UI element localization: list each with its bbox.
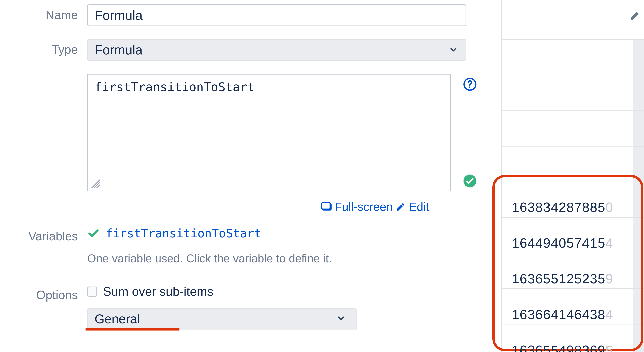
chevron-down-icon	[449, 42, 458, 58]
svg-rect-7	[322, 203, 330, 209]
row-name: Name	[0, 4, 466, 26]
result-main: 163664146438	[512, 307, 606, 322]
sum-checkbox[interactable]	[87, 286, 97, 297]
result-row	[502, 39, 644, 75]
result-main: 163655498369	[512, 342, 606, 352]
form-panel: Name Type Formula	[0, 0, 500, 352]
result-faded: 0	[606, 200, 613, 215]
variables-label: Variables	[0, 226, 87, 243]
type-select-value: Formula	[94, 42, 142, 58]
row-type: Type Formula	[0, 39, 466, 61]
result-cell: 1636551252359	[512, 261, 632, 297]
formula-editor-wrap	[87, 74, 451, 192]
result-cell: 1636641464384	[512, 297, 632, 332]
name-label: Name	[0, 4, 87, 22]
editor-actions: Full-screen Edit	[321, 200, 429, 213]
fullscreen-label: Full-screen	[335, 200, 393, 213]
sum-checkbox-label: Sum over sub-items	[103, 284, 213, 299]
svg-point-4	[469, 87, 470, 88]
result-values: 1638342878850 1644940574154 163655125235…	[512, 189, 632, 352]
result-cell: 1644940574154	[512, 225, 632, 261]
type-select[interactable]: Formula	[87, 39, 466, 61]
help-icon[interactable]	[463, 77, 477, 91]
variables-help-text: One variable used. Click the variable to…	[87, 252, 332, 265]
result-faded: 9	[606, 271, 613, 286]
row-variables: Variables firstTransitionToStart	[0, 226, 261, 243]
result-main: 163834287885	[512, 200, 606, 215]
variable-item: firstTransitionToStart	[87, 226, 261, 241]
result-faded: 4	[606, 307, 613, 322]
format-select[interactable]: General	[87, 308, 356, 329]
row-formula	[0, 74, 451, 192]
edit-link[interactable]: Edit	[396, 200, 429, 213]
check-circle-icon	[463, 174, 477, 188]
chevron-down-icon	[336, 311, 346, 326]
result-row	[502, 146, 644, 182]
format-select-value: General	[94, 311, 140, 326]
sum-over-subitems-option[interactable]: Sum over sub-items	[87, 284, 356, 299]
name-input[interactable]	[87, 4, 466, 26]
edit-pencil-corner-icon[interactable]	[629, 9, 642, 22]
edit-label: Edit	[409, 200, 429, 213]
fullscreen-link[interactable]: Full-screen	[321, 200, 393, 213]
result-main: 164494057415	[512, 235, 606, 251]
options-label: Options	[0, 284, 87, 302]
row-options: Options Sum over sub-items General	[0, 284, 356, 329]
result-row	[502, 110, 644, 146]
variable-name-link[interactable]: firstTransitionToStart	[106, 226, 261, 240]
fullscreen-icon	[321, 201, 332, 212]
annotation-underline	[86, 328, 180, 330]
pencil-icon	[396, 201, 406, 212]
result-cell: 1636554983695	[512, 332, 632, 352]
check-icon	[87, 227, 100, 239]
type-label: Type	[0, 39, 87, 56]
result-main: 163655125235	[512, 271, 606, 286]
result-cell: 1638342878850	[512, 189, 632, 225]
formula-editor[interactable]	[87, 74, 451, 191]
result-row	[502, 75, 644, 110]
result-faded: 4	[606, 235, 613, 251]
result-faded: 5	[606, 342, 613, 352]
